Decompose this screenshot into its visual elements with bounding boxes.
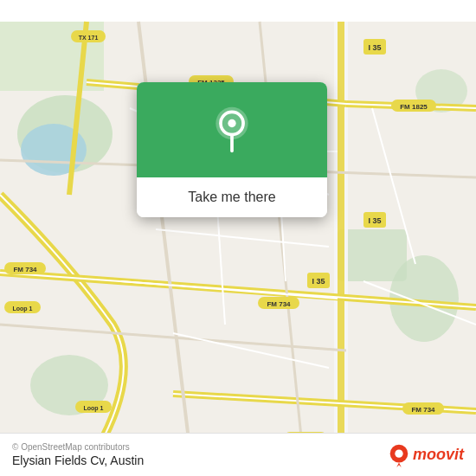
svg-text:FM 734: FM 734 xyxy=(13,266,37,273)
location-title: Elysian Fields Cv, Austin xyxy=(12,453,144,467)
svg-text:FM 734: FM 734 xyxy=(267,300,291,308)
popup-card-body: Take me there xyxy=(137,177,327,217)
map-container: FM 734 FM 734 FM 734 FM 1325 FM 1825 I 3… xyxy=(0,0,476,476)
bottom-left: © OpenStreetMap contributors Elysian Fie… xyxy=(12,442,144,467)
location-pin-icon xyxy=(210,106,254,154)
svg-text:FM 734: FM 734 xyxy=(411,406,435,414)
take-me-there-button[interactable]: Take me there xyxy=(179,186,284,209)
bottom-bar: © OpenStreetMap contributors Elysian Fie… xyxy=(0,433,476,476)
svg-rect-10 xyxy=(344,22,348,454)
moovit-brand-icon xyxy=(387,443,411,467)
svg-text:FM 1825: FM 1825 xyxy=(400,103,428,111)
svg-text:I 35: I 35 xyxy=(368,43,381,52)
map-background: FM 734 FM 734 FM 734 FM 1325 FM 1825 I 3… xyxy=(0,0,476,476)
svg-point-59 xyxy=(228,119,235,127)
svg-text:Loop 1: Loop 1 xyxy=(84,405,104,412)
svg-text:TX 171: TX 171 xyxy=(79,35,99,41)
moovit-brand-text: moovit xyxy=(413,446,464,464)
moovit-logo[interactable]: moovit xyxy=(387,443,464,467)
attribution-text: © OpenStreetMap contributors xyxy=(12,442,144,452)
svg-rect-9 xyxy=(334,22,338,454)
svg-text:I 35: I 35 xyxy=(368,216,381,225)
svg-text:I 35: I 35 xyxy=(312,277,325,286)
popup-card-header xyxy=(137,82,327,177)
svg-point-61 xyxy=(395,449,402,457)
popup-card: Take me there xyxy=(137,82,327,217)
svg-text:Loop 1: Loop 1 xyxy=(13,306,33,312)
